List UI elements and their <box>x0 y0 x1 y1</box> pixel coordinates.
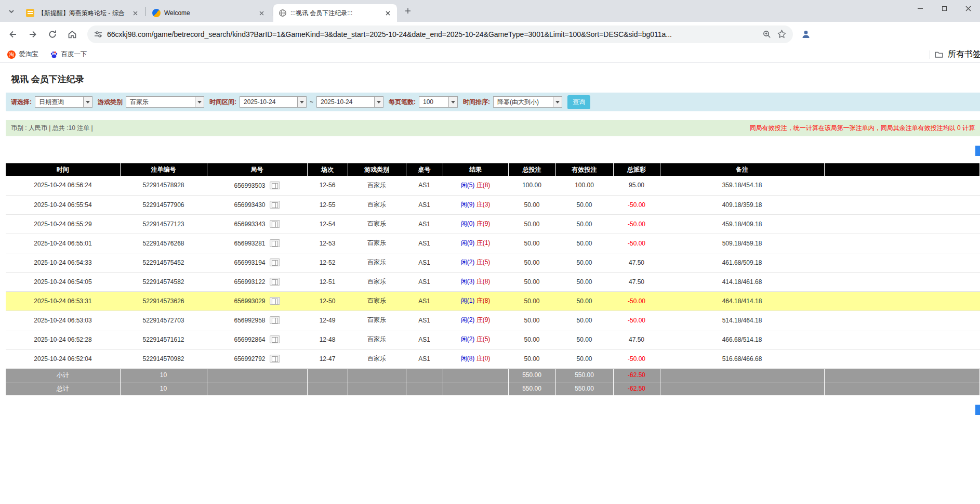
cell-table-no: AS1 <box>406 253 443 272</box>
currency-summary: 币别 : 人民币 | 总共 :10 注单 | <box>11 124 93 133</box>
cell-valid-bet: 50.00 <box>555 234 613 253</box>
query-type-select[interactable]: 日期查询 <box>35 96 92 108</box>
tab-forum[interactable]: 【新提醒】海燕策略论坛 - 综合 <box>21 4 144 22</box>
profile-avatar[interactable] <box>797 25 815 43</box>
cell-result: 闲(0) 庄(9) <box>443 214 508 234</box>
maximize-button[interactable] <box>932 0 956 17</box>
site-info-icon[interactable] <box>94 30 103 39</box>
tab-bet-record[interactable]: :::视讯 会员下注纪录::: <box>273 4 397 22</box>
bookmark-label: 爱淘宝 <box>19 50 38 59</box>
date-end-value: 2025-10-24 <box>317 97 374 107</box>
cell-session: 12-56 <box>307 176 348 195</box>
cell-result: 闲(1) 庄(8) <box>443 291 508 311</box>
cell-total-bet[interactable]: 50.00 <box>508 234 555 253</box>
banker-result: 庄(8) <box>476 182 491 189</box>
tab-close-icon[interactable] <box>383 9 392 17</box>
cell-session: 12-51 <box>307 272 348 291</box>
cell-game-type: 百家乐 <box>348 195 406 214</box>
chevron-down-icon[interactable] <box>553 97 562 107</box>
view-cards-icon[interactable] <box>270 335 280 343</box>
round-id-text: 656993194 <box>234 259 265 266</box>
bookmark-star-icon[interactable] <box>777 29 787 39</box>
subtotal-payout: -62.50 <box>613 368 660 382</box>
baidu-icon <box>50 50 58 59</box>
bookmark-taobao[interactable]: 淘 爱淘宝 <box>7 50 38 59</box>
cell-payout: 47.50 <box>613 253 660 272</box>
url-text[interactable]: 66cxkj98.com/game/betrecord_search/kind3… <box>107 30 753 38</box>
chevron-down-icon[interactable] <box>448 97 457 107</box>
cell-total-bet[interactable]: 50.00 <box>508 330 555 349</box>
tab-close-icon[interactable] <box>257 9 266 17</box>
view-cards-icon[interactable] <box>270 316 280 324</box>
valid-bet-notice: 同局有效投注，统一计算在该局第一张注单内，同局其余注单有效投注均以 0 计算 <box>750 124 975 133</box>
view-cards-icon[interactable] <box>270 201 280 209</box>
chevron-down-icon[interactable] <box>297 97 306 107</box>
player-result: 闲(9) <box>461 201 475 208</box>
cell-round-id: 656992958 <box>207 311 307 330</box>
cell-total-bet[interactable]: 50.00 <box>508 291 555 311</box>
cell-game-type: 百家乐 <box>348 272 406 291</box>
column-header: 时间 <box>6 163 120 176</box>
view-cards-icon[interactable] <box>270 182 280 189</box>
search-button[interactable]: 查询 <box>567 95 590 109</box>
cell-round-id: 656992864 <box>207 330 307 349</box>
round-id-text: 656993281 <box>234 240 265 247</box>
cell-time: 2025-10-24 06:53:31 <box>6 291 120 311</box>
forward-button[interactable] <box>24 25 42 43</box>
game-type-select[interactable]: 百家乐 <box>126 96 204 108</box>
new-tab-button[interactable] <box>401 4 415 18</box>
minimize-button[interactable] <box>908 0 932 17</box>
view-cards-icon[interactable] <box>270 220 280 228</box>
player-result: 闲(2) <box>461 259 475 266</box>
close-button[interactable] <box>956 0 980 17</box>
cell-table-no: AS1 <box>406 195 443 214</box>
date-range-label: 时间区间: <box>209 98 236 107</box>
tab-strip: 【新提醒】海燕策略论坛 - 综合 Welcome :::视讯 会员下注纪录::: <box>0 0 980 22</box>
chevron-down-icon[interactable] <box>374 97 383 107</box>
select-label: 请选择: <box>11 98 32 107</box>
banker-result: 庄(9) <box>476 220 491 227</box>
back-button[interactable] <box>4 25 22 43</box>
column-header: 结果 <box>443 163 508 176</box>
cell-valid-bet: 50.00 <box>555 291 613 311</box>
cell-total-bet[interactable]: 50.00 <box>508 253 555 272</box>
tab-search-button[interactable] <box>4 4 19 19</box>
view-cards-icon[interactable] <box>270 259 280 266</box>
date-start-select[interactable]: 2025-10-24 <box>240 96 307 108</box>
chevron-down-icon[interactable] <box>83 97 92 107</box>
scroll-indicator-top[interactable] <box>975 146 980 156</box>
bookmark-baidu[interactable]: 百度一下 <box>50 50 87 59</box>
cell-total-bet[interactable]: 50.00 <box>508 349 555 368</box>
chevron-down-icon <box>8 8 15 15</box>
cell-total-bet[interactable]: 50.00 <box>508 214 555 234</box>
scroll-indicator-bottom[interactable] <box>975 405 980 415</box>
cell-total-bet[interactable]: 50.00 <box>508 272 555 291</box>
view-cards-icon[interactable] <box>270 355 280 363</box>
cell-result: 闲(5) 庄(8) <box>443 176 508 195</box>
all-bookmarks[interactable]: 所有书签 <box>930 49 980 60</box>
sort-select[interactable]: 降幂(由大到小) <box>493 96 562 108</box>
table-body: 2025-10-24 06:56:24 522914578928 6569935… <box>6 176 980 368</box>
page-size-select[interactable]: 100 <box>419 96 458 108</box>
cell-total-bet[interactable]: 50.00 <box>508 311 555 330</box>
chevron-down-icon[interactable] <box>195 97 204 107</box>
cell-valid-bet: 100.00 <box>555 176 613 195</box>
tab-close-icon[interactable] <box>131 9 139 17</box>
cell-time: 2025-10-24 06:54:05 <box>6 272 120 291</box>
tab-welcome[interactable]: Welcome <box>147 4 271 22</box>
cell-session: 12-52 <box>307 253 348 272</box>
cell-total-bet[interactable]: 100.00 <box>508 176 555 195</box>
cell-filler <box>824 234 980 253</box>
url-bar[interactable]: 66cxkj98.com/game/betrecord_search/kind3… <box>87 25 793 43</box>
date-end-select[interactable]: 2025-10-24 <box>316 96 383 108</box>
view-cards-icon[interactable] <box>270 278 280 286</box>
refresh-button[interactable] <box>44 25 61 43</box>
home-button[interactable] <box>63 25 81 43</box>
cell-game-type: 百家乐 <box>348 176 406 195</box>
cell-table-no: AS1 <box>406 176 443 195</box>
cell-total-bet[interactable]: 50.00 <box>508 195 555 214</box>
view-cards-icon[interactable] <box>270 239 280 247</box>
view-cards-icon[interactable] <box>270 297 280 305</box>
cell-round-id: 656993503 <box>207 176 307 195</box>
zoom-icon[interactable] <box>762 30 772 39</box>
